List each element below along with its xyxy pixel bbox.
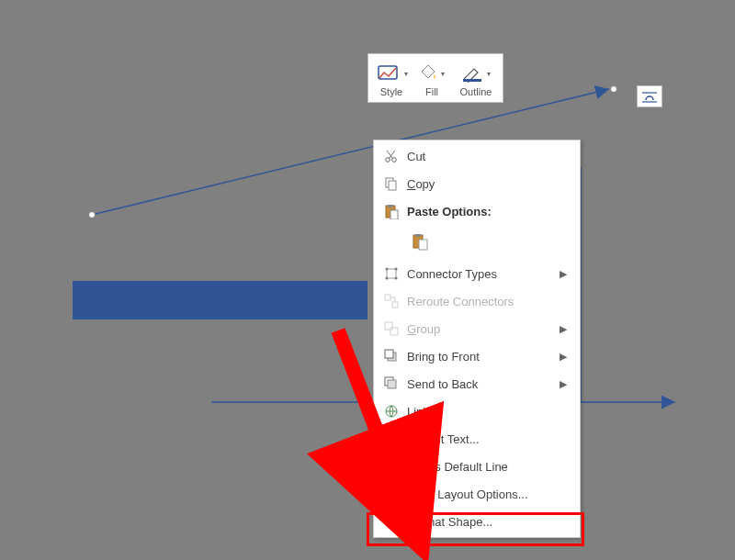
outline-icon: ▾	[461, 60, 491, 85]
menu-connector-types[interactable]: Connector Types ▶	[374, 260, 580, 287]
outline-label: Outline	[460, 86, 492, 97]
menu-send-to-back[interactable]: Send to Back ▶	[374, 370, 580, 398]
menu-reroute-label: Reroute Connectors	[407, 295, 572, 308]
menu-copy-label: Copy	[407, 177, 572, 191]
more-layout-icon	[376, 486, 407, 502]
svg-rect-25	[385, 322, 392, 330]
fill-icon: ▾	[419, 60, 445, 85]
menu-set-default-line[interactable]: Set as Default Line	[374, 453, 580, 480]
menu-paste-options-header: Paste Options:	[374, 197, 580, 225]
menu-default-line-label: Set as Default Line	[407, 460, 572, 474]
svg-rect-30	[388, 380, 396, 388]
style-label: Style	[380, 86, 402, 97]
selection-handle-start[interactable]	[88, 211, 96, 218]
menu-cut[interactable]: Cut	[374, 142, 580, 170]
paste-option-use-destination[interactable]	[407, 229, 433, 254]
document-canvas[interactable]: ▾ Style ▾ Fill ▾ Outline Cut	[0, 0, 735, 560]
menu-more-layout-label: More Layout Options...	[407, 487, 572, 501]
submenu-arrow-icon: ▶	[560, 323, 567, 335]
outline-dropdown[interactable]: ▾ Outline	[453, 58, 499, 99]
fill-label: Fill	[425, 86, 438, 97]
menu-connector-types-label: Connector Types	[407, 267, 560, 281]
svg-rect-23	[385, 295, 390, 300]
menu-paste-options-label: Paste Options:	[407, 205, 572, 218]
menu-send-back-label: Send to Back	[407, 377, 560, 391]
menu-cut-label: Cut	[407, 150, 572, 163]
svg-rect-14	[388, 205, 393, 207]
menu-copy[interactable]: Copy	[374, 170, 580, 197]
paste-icon	[376, 203, 407, 219]
submenu-arrow-icon: ▶	[560, 378, 567, 390]
menu-group-label: Group	[407, 322, 560, 336]
menu-alt-text-label: Edit Alt Text...	[407, 432, 572, 446]
menu-bring-front-label: Bring to Front	[407, 350, 560, 364]
svg-rect-32	[385, 433, 398, 443]
selection-handle-end[interactable]	[610, 85, 617, 93]
svg-rect-28	[385, 350, 393, 358]
svg-rect-26	[390, 328, 398, 335]
alt-text-icon	[376, 431, 407, 447]
menu-reroute-connectors: Reroute Connectors	[374, 287, 580, 315]
menu-group: Group ▶	[374, 315, 580, 342]
copy-icon	[376, 175, 407, 192]
submenu-arrow-icon: ▶	[560, 268, 567, 280]
layout-options-icon	[640, 89, 659, 104]
menu-format-shape-label: Format Shape...	[407, 515, 572, 529]
svg-rect-3	[379, 66, 397, 79]
menu-edit-alt-text[interactable]: Edit Alt Text...	[374, 425, 580, 453]
submenu-arrow-icon: ▶	[560, 351, 567, 363]
svg-rect-18	[419, 240, 427, 250]
menu-link[interactable]: Link	[374, 398, 580, 425]
menu-bring-to-front[interactable]: Bring to Front ▶	[374, 342, 580, 370]
format-shape-icon	[376, 513, 407, 530]
layout-options-button[interactable]	[637, 85, 662, 107]
connector-types-icon	[376, 265, 407, 282]
svg-rect-12	[389, 181, 396, 190]
fill-dropdown[interactable]: ▾ Fill	[413, 58, 451, 99]
paste-options-row	[374, 225, 580, 260]
style-dropdown[interactable]: ▾ Style	[372, 58, 411, 99]
context-menu: Cut Copy Paste Options: Connector Types …	[373, 140, 581, 538]
rectangle-shape[interactable]	[73, 281, 368, 319]
menu-format-shape[interactable]: Format Shape...	[374, 508, 580, 535]
link-icon	[376, 403, 407, 420]
clipboard-icon	[411, 232, 429, 251]
bring-front-icon	[376, 348, 407, 364]
svg-rect-24	[392, 302, 398, 308]
shape-mini-toolbar: ▾ Style ▾ Fill ▾ Outline	[368, 53, 503, 103]
menu-more-layout-options[interactable]: More Layout Options...	[374, 480, 580, 508]
svg-rect-17	[415, 234, 421, 237]
svg-rect-4	[463, 79, 481, 82]
menu-link-label: Link	[407, 405, 572, 419]
cut-icon	[376, 148, 407, 164]
svg-rect-15	[390, 210, 398, 219]
style-icon: ▾	[375, 60, 408, 85]
reroute-icon	[376, 293, 407, 309]
send-back-icon	[376, 375, 407, 392]
group-icon	[376, 320, 407, 337]
